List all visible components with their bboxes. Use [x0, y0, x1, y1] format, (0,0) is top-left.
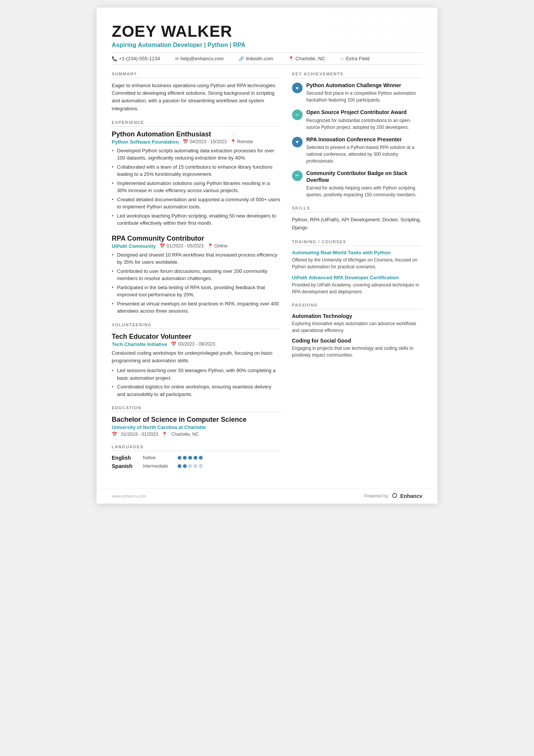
training-1-desc: Offered by the University of Michigan on…	[292, 257, 422, 270]
job-1: Python Automation Enthusiast Python Soft…	[112, 130, 281, 227]
vol-1-description: Conducted coding workshops for underpriv…	[112, 349, 281, 365]
dot-4	[194, 456, 197, 460]
phone-contact: 📞 +1-(234)-555-1234	[112, 56, 160, 61]
divider-1: ·	[167, 56, 169, 61]
skills-title: SKILLS	[292, 206, 422, 212]
lang-spanish-level: Intermediate	[143, 463, 173, 469]
job-2-bullet-4: Presented at virtual meetups on best pra…	[112, 300, 281, 315]
skills-text: Python, RPA (UiPath), API Development, D…	[292, 216, 422, 232]
achievement-4-icon: ✏	[292, 171, 303, 181]
achievement-4: ✏ Community Contributor Badge on Stack O…	[292, 170, 422, 198]
achievement-3-title: RPA Innovation Conference Presenter	[306, 136, 422, 143]
job-2-bullet-3: Participated in the beta testing of RPA …	[112, 284, 281, 299]
skills-section: SKILLS Python, RPA (UiPath), API Develop…	[292, 206, 422, 232]
achievement-1: ♥ Python Automation Challenge Winner Sec…	[292, 82, 422, 103]
job-1-company: Python Software Foundation	[112, 139, 179, 145]
vol-1-bullet-2: Coordinated logistics for online worksho…	[112, 383, 281, 398]
location-contact: 📍 Charlotte, NC	[288, 56, 325, 61]
achievement-2-desc: Recognized for substantial contributions…	[306, 117, 422, 131]
linkedin-value: linkedin.com	[246, 56, 273, 61]
phone-icon: 📞	[112, 56, 117, 61]
lang-spanish-name: Spanish	[112, 463, 138, 469]
job-1-bullet-3: Implemented automation solutions using P…	[112, 180, 281, 194]
divider-4: ·	[332, 56, 334, 61]
candidate-name: ZOEY WALKER	[112, 23, 422, 40]
dot-3	[188, 456, 192, 460]
achievements-title: KEY ACHIEVEMENTS	[292, 72, 422, 78]
calendar-icon-3: 📅	[171, 341, 176, 347]
passion-1: Automation Technology Exploring innovati…	[292, 313, 422, 334]
summary-text: Eager to enhance business operations usi…	[112, 82, 281, 113]
achievements-section: KEY ACHIEVEMENTS ♥ Python Automation Cha…	[292, 72, 422, 198]
footer-url: www.enhancv.com	[112, 494, 146, 498]
languages-title: LANGUAGES	[112, 445, 281, 451]
vol-1-title: Tech Educator Volunteer	[112, 333, 281, 341]
volunteering-title: VOLUNTEERING	[112, 322, 281, 329]
achievement-2-title: Open Source Project Contributor Award	[306, 109, 422, 116]
achievement-2: ✂ Open Source Project Contributor Award …	[292, 109, 422, 130]
job-2-bullet-1: Designed and shared 10 RPA workflows tha…	[112, 251, 281, 266]
training-1: Automating Real-World Tasks with Python …	[292, 250, 422, 270]
edu-pin-icon: 📍	[162, 432, 167, 437]
passion-2: Coding for Social Good Engaging in proje…	[292, 338, 422, 358]
job-2-title: RPA Community Contributor	[112, 235, 281, 243]
enhancv-brand-name: Enhancv	[400, 493, 422, 499]
lang-spanish: Spanish Intermediate	[112, 463, 281, 469]
star-icon: ☆	[340, 56, 344, 61]
extra-field-value: Extra Field	[346, 56, 369, 61]
training-2: UiPath Advanced RPA Developer Certificat…	[292, 275, 422, 295]
footer-powered-by: Powered by Enhancv	[364, 493, 422, 499]
phone-value: +1-(234)-555-1234	[119, 56, 160, 61]
powered-by-label: Powered by	[364, 493, 388, 499]
achievement-3: ♥ RPA Innovation Conference Presenter Se…	[292, 136, 422, 164]
email-value: help@enhancv.com	[180, 56, 223, 61]
achievement-1-text: Python Automation Challenge Winner Secur…	[306, 82, 422, 103]
job-1-bullet-5: Led workshops teaching Python scripting,…	[112, 212, 281, 227]
training-2-desc: Provided by UiPath Academy, covering adv…	[292, 282, 422, 295]
location-icon: 📍	[288, 56, 294, 61]
location-value: Charlotte, NC	[295, 56, 325, 61]
dot-s4	[194, 464, 197, 468]
email-icon: ✉	[175, 56, 179, 61]
lang-english-name: English	[112, 455, 138, 461]
passions-title: PASSIONS	[292, 303, 422, 309]
education-section: EDUCATION Bachelor of Science in Compute…	[112, 405, 281, 437]
achievement-1-desc: Secured first place in a competitive Pyt…	[306, 90, 422, 103]
passion-2-title: Coding for Social Good	[292, 338, 422, 344]
achievement-4-desc: Earned for actively helping users with P…	[306, 185, 422, 198]
lang-english-dots	[178, 456, 203, 460]
job-1-location: 📍 Remote	[230, 139, 253, 144]
job-1-bullet-4: Created detailed documentation and suppo…	[112, 196, 281, 211]
edu-dates: 01/2019 - 01/2023	[121, 432, 158, 437]
edu-school: University of North Carolina at Charlott…	[112, 424, 281, 430]
training-section: TRAINING / COURSES Automating Real-World…	[292, 239, 422, 295]
enhancv-brand: Enhancv	[390, 493, 422, 499]
vol-1-bullet-1: Led sessions teaching over 50 teenagers …	[112, 367, 281, 382]
candidate-subtitle: Aspiring Automation Developer | Python |…	[112, 42, 422, 49]
resume-page: ZOEY WALKER Aspiring Automation Develope…	[97, 8, 437, 504]
vol-1-dates: 📅 03/2023 - 09/2023	[171, 341, 215, 347]
experience-section: EXPERIENCE Python Automation Enthusiast …	[112, 120, 281, 315]
dot-5	[199, 456, 203, 460]
dot-1	[178, 456, 181, 460]
training-title: TRAINING / COURSES	[292, 239, 422, 246]
training-1-title: Automating Real-World Tasks with Python	[292, 250, 422, 255]
header-section: ZOEY WALKER Aspiring Automation Develope…	[112, 23, 422, 65]
achievement-2-icon: ✂	[292, 110, 303, 120]
achievement-3-desc: Selected to present a Python-based RPA s…	[306, 144, 422, 164]
lang-spanish-dots	[178, 464, 203, 468]
achievement-3-icon: ♥	[292, 137, 303, 147]
volunteering-section: VOLUNTEERING Tech Educator Volunteer Tec…	[112, 322, 281, 398]
pin-icon-2: 📍	[208, 243, 213, 249]
job-1-title: Python Automation Enthusiast	[112, 130, 281, 138]
achievement-4-text: Community Contributor Badge on Stack Ove…	[306, 170, 422, 198]
edu-degree: Bachelor of Science in Computer Science	[112, 416, 281, 424]
education-title: EDUCATION	[112, 405, 281, 412]
extra-field-contact: ☆ Extra Field	[340, 56, 369, 61]
job-1-meta: Python Software Foundation 📅 04/2023 - 1…	[112, 139, 281, 145]
dot-2	[183, 456, 187, 460]
achievement-3-text: RPA Innovation Conference Presenter Sele…	[306, 136, 422, 164]
job-2-bullets: Designed and shared 10 RPA workflows tha…	[112, 251, 281, 315]
calendar-icon-2: 📅	[159, 243, 165, 249]
achievement-2-text: Open Source Project Contributor Award Re…	[306, 109, 422, 130]
